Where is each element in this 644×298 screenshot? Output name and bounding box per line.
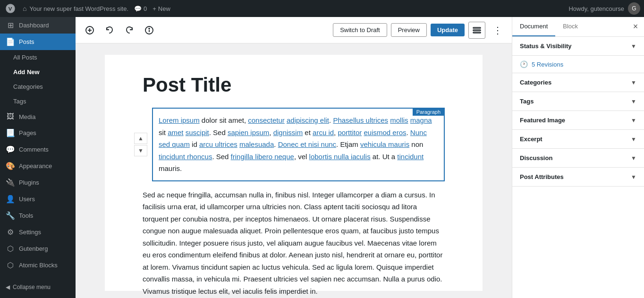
section-excerpt-header[interactable]: Excerpt ▼ <box>512 130 644 148</box>
sidebar-item-posts[interactable]: 📄 Posts <box>0 34 76 50</box>
section-discussion-header[interactable]: Discussion ▼ <box>512 149 644 167</box>
section-post-attributes-header[interactable]: Post Attributes ▼ <box>512 168 644 186</box>
close-panel-button[interactable]: × <box>627 18 644 35</box>
add-block-button[interactable] <box>81 22 98 39</box>
toolbar-right: Switch to Draft Preview Update ⋮ <box>333 22 506 39</box>
comments-icon: 💬 <box>6 145 15 154</box>
right-panel: Document Block × Status & Visibility ▼ 🕐… <box>512 17 644 298</box>
section-tags-header[interactable]: Tags ▼ <box>512 92 644 111</box>
paragraph-2[interactable]: Sed ac neque fringilla, accumsan nulla i… <box>143 189 445 298</box>
chevron-down-icon: ▼ <box>631 117 636 124</box>
appearance-icon: 🎨 <box>6 162 15 170</box>
sidebar-item-appearance[interactable]: 🎨 Appearance <box>0 158 76 174</box>
editor-wrapper: Switch to Draft Preview Update ⋮ Post Ti… <box>76 17 512 298</box>
chevron-down-icon: ▼ <box>631 79 636 86</box>
site-name-link[interactable]: ⌂ Your new super fast WordPress site. <box>23 5 128 12</box>
sidebar-bottom: ◀ Collapse menu <box>0 280 76 298</box>
howdy-section: Howdy, gutencourse G <box>568 2 640 15</box>
sidebar-item-media[interactable]: 🖼 Media <box>0 109 76 125</box>
editor-toolbar: Switch to Draft Preview Update ⋮ <box>76 17 512 43</box>
switch-to-draft-button[interactable]: Switch to Draft <box>333 23 387 37</box>
settings-icon: ⚙ <box>6 228 15 237</box>
comment-bubble-icon: 💬 <box>134 5 142 12</box>
more-options-button[interactable]: ⋮ <box>489 22 506 39</box>
redo-button[interactable] <box>121 22 138 39</box>
section-categories: Categories ▼ <box>512 73 644 92</box>
chevron-down-icon: ▼ <box>631 155 636 162</box>
chevron-down-icon: ▼ <box>631 174 636 180</box>
section-tags: Tags ▼ <box>512 92 644 111</box>
sidebar: ⊞ Dashboard 📄 Posts All Posts Add New Ca… <box>0 17 76 298</box>
plugins-icon: 🔌 <box>6 178 15 187</box>
sidebar-item-all-posts[interactable]: All Posts <box>0 50 76 65</box>
update-button[interactable]: Update <box>431 24 465 36</box>
sidebar-item-add-new[interactable]: Add New <box>0 65 76 79</box>
sidebar-item-settings[interactable]: ⚙ Settings <box>0 224 76 240</box>
section-featured-image-header[interactable]: Featured Image ▼ <box>512 111 644 129</box>
block-arrows: ▲ ▼ <box>134 133 147 156</box>
block-type-label: Paragraph <box>413 108 444 116</box>
move-up-button[interactable]: ▲ <box>134 133 147 144</box>
svg-rect-9 <box>473 32 481 33</box>
collapse-icon: ◀ <box>6 284 10 290</box>
section-status-visibility: Status & Visibility ▼ <box>512 37 644 56</box>
tools-icon: 🔧 <box>6 211 15 220</box>
comments-link[interactable]: 💬 0 <box>134 5 147 12</box>
sidebar-item-comments[interactable]: 💬 Comments <box>0 141 76 158</box>
atomic-blocks-icon: ⬡ <box>6 261 15 270</box>
section-status-visibility-header[interactable]: Status & Visibility ▼ <box>512 37 644 55</box>
home-icon: ⌂ <box>23 5 26 12</box>
wp-logo-icon[interactable] <box>4 2 17 15</box>
tab-document[interactable]: Document <box>512 17 555 36</box>
sidebar-item-atomic-blocks[interactable]: ⬡ Atomic Blocks <box>0 257 76 273</box>
toolbar-left <box>81 22 158 39</box>
chevron-down-icon: ▼ <box>631 136 636 143</box>
svg-rect-7 <box>473 27 481 28</box>
sidebar-item-dashboard[interactable]: ⊞ Dashboard <box>0 17 76 34</box>
posts-icon: 📄 <box>6 37 15 46</box>
new-post-link[interactable]: + New <box>153 5 170 12</box>
panel-body: Status & Visibility ▼ 🕐 5 Revisions Cate… <box>512 37 644 298</box>
admin-bar: ⌂ Your new super fast WordPress site. 💬 … <box>0 0 644 17</box>
info-button[interactable] <box>141 22 158 39</box>
chevron-down-icon: ▼ <box>631 98 636 105</box>
section-categories-header[interactable]: Categories ▼ <box>512 73 644 92</box>
selected-paragraph-text[interactable]: Lorem ipsum dolor sit amet, consectetur … <box>159 114 438 175</box>
revisions-link[interactable]: 🕐 5 Revisions <box>512 56 644 73</box>
section-featured-image: Featured Image ▼ <box>512 111 644 130</box>
svg-point-6 <box>149 28 150 29</box>
main-layout: ⊞ Dashboard 📄 Posts All Posts Add New Ca… <box>0 17 644 298</box>
preview-button[interactable]: Preview <box>391 23 427 37</box>
panel-header: Document Block × <box>512 17 644 37</box>
tab-block[interactable]: Block <box>555 17 585 36</box>
section-excerpt: Excerpt ▼ <box>512 130 644 149</box>
plus-icon: + <box>153 5 156 12</box>
post-title[interactable]: Post Title <box>143 74 445 96</box>
undo-button[interactable] <box>101 22 118 39</box>
sidebar-item-users[interactable]: 👤 Users <box>0 191 76 207</box>
chevron-down-icon: ▼ <box>631 43 636 50</box>
clock-icon: 🕐 <box>520 60 528 68</box>
editor-canvas: Post Title ▲ ▼ Paragraph Lorem ipsum dol… <box>105 55 483 291</box>
sidebar-item-pages[interactable]: 📃 Pages <box>0 125 76 141</box>
users-icon: 👤 <box>6 195 15 204</box>
section-post-attributes: Post Attributes ▼ <box>512 168 644 187</box>
section-discussion: Discussion ▼ <box>512 149 644 168</box>
svg-rect-8 <box>473 30 481 31</box>
settings-panel-button[interactable] <box>468 22 485 39</box>
gutenberg-icon: ⬡ <box>6 244 15 253</box>
selected-block[interactable]: ▲ ▼ Paragraph Lorem ipsum dolor sit amet… <box>152 108 445 181</box>
dashboard-icon: ⊞ <box>6 21 15 30</box>
sidebar-item-tools[interactable]: 🔧 Tools <box>0 207 76 224</box>
avatar[interactable]: G <box>628 2 640 15</box>
editor-content[interactable]: Post Title ▲ ▼ Paragraph Lorem ipsum dol… <box>76 43 512 298</box>
pages-icon: 📃 <box>6 128 15 137</box>
collapse-menu-button[interactable]: ◀ Collapse menu <box>0 280 76 294</box>
sidebar-item-categories[interactable]: Categories <box>0 79 76 94</box>
move-down-button[interactable]: ▼ <box>134 145 147 156</box>
media-icon: 🖼 <box>6 112 15 121</box>
sidebar-item-gutenberg[interactable]: ⬡ Gutenberg <box>0 240 76 257</box>
sidebar-item-plugins[interactable]: 🔌 Plugins <box>0 174 76 191</box>
sidebar-item-tags[interactable]: Tags <box>0 94 76 109</box>
